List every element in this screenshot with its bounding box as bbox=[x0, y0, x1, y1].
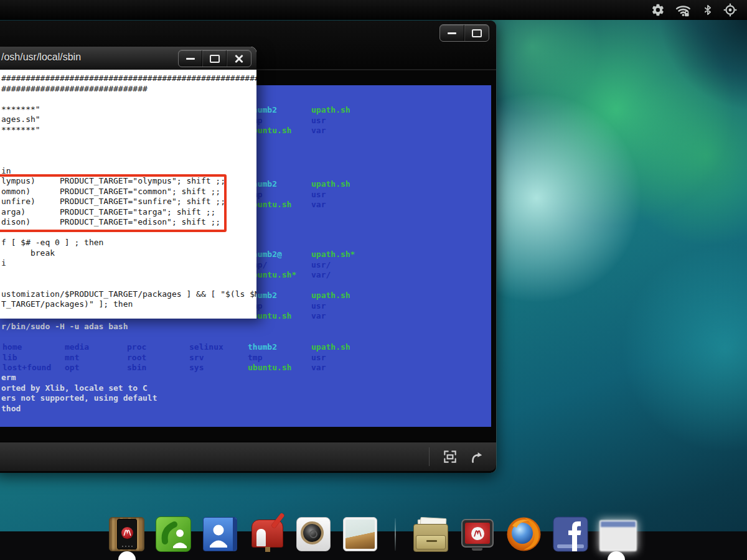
toolbar-divider bbox=[429, 447, 430, 466]
dock bbox=[109, 516, 635, 552]
drawer-front bbox=[416, 535, 446, 549]
dock-item-gallery[interactable] bbox=[342, 516, 378, 552]
terminal-text: srv bbox=[189, 353, 204, 363]
minimize-icon bbox=[186, 58, 195, 60]
monitor-stand bbox=[472, 548, 482, 551]
terminal-text: usr bbox=[311, 190, 326, 200]
speaker-icon bbox=[301, 521, 324, 544]
mailbox-icon bbox=[251, 520, 283, 548]
settings-gear-icon[interactable] bbox=[651, 3, 665, 17]
phone-body bbox=[117, 519, 137, 549]
dock-item-moto-phone[interactable] bbox=[109, 516, 144, 552]
terminal-text: tmp bbox=[248, 353, 262, 363]
script-content[interactable]: ########################################… bbox=[0, 70, 256, 319]
terminal-text: orted by Xlib, locale set to C bbox=[1, 383, 148, 393]
terminal-text: media bbox=[65, 342, 89, 352]
terminal-text: upath.sh bbox=[311, 342, 350, 352]
close-icon bbox=[235, 54, 243, 63]
terminal-text: var bbox=[311, 311, 326, 321]
terminal-text: upath.sh* bbox=[311, 250, 355, 259]
terminal-text: thod bbox=[1, 404, 21, 414]
highlight-box bbox=[0, 174, 227, 232]
terminal-text: root bbox=[127, 353, 146, 363]
terminal-text: erm bbox=[1, 373, 16, 383]
bluetooth-icon[interactable] bbox=[702, 3, 713, 17]
wifi-secured-icon[interactable] bbox=[675, 2, 692, 17]
terminal-text: usr/ bbox=[311, 260, 331, 270]
dock-item-music[interactable] bbox=[296, 516, 331, 552]
terminal-text: var/ bbox=[311, 270, 331, 280]
terminal-text: home bbox=[2, 342, 22, 352]
terminal-text: upath.sh bbox=[311, 291, 350, 301]
terminal-text: usr bbox=[311, 116, 326, 126]
landscape-photo-icon bbox=[345, 520, 375, 549]
terminal-text: mnt bbox=[65, 353, 79, 363]
rotate-icon[interactable] bbox=[468, 449, 484, 465]
terminal-text: sys bbox=[189, 363, 204, 373]
terminal-text: upath.sh bbox=[311, 179, 350, 189]
minimize-icon bbox=[448, 32, 456, 34]
terminal-text: usr bbox=[311, 353, 326, 363]
terminal-text: ubuntu.sh bbox=[248, 363, 291, 373]
dock-item-contacts[interactable] bbox=[202, 516, 238, 552]
facebook-icon bbox=[553, 516, 588, 552]
dock-item-moto-media[interactable] bbox=[459, 516, 495, 552]
script-terminal-window: /osh/usr/local/sbin ####################… bbox=[0, 47, 256, 319]
terminal-text: var bbox=[311, 200, 326, 210]
terminal-text: var bbox=[311, 126, 326, 136]
window-icon bbox=[599, 520, 637, 551]
terminal-text: upath.sh bbox=[311, 105, 350, 115]
person-icon bbox=[202, 516, 238, 552]
handset-icon bbox=[156, 516, 191, 552]
phone-buttons bbox=[118, 546, 136, 547]
dock-divider bbox=[395, 518, 396, 551]
motorola-logo-icon bbox=[471, 527, 484, 540]
dock-item-terminal[interactable] bbox=[599, 516, 635, 552]
terminal-text: selinux bbox=[189, 342, 223, 352]
mailbox-flag bbox=[271, 513, 284, 529]
terminal-text: proc bbox=[127, 342, 146, 352]
close-button[interactable] bbox=[227, 50, 251, 67]
terminal-text: opt bbox=[65, 363, 79, 373]
motorola-logo-icon bbox=[121, 527, 133, 539]
minimize-button[interactable] bbox=[179, 50, 202, 67]
window-title: /osh/usr/local/sbin bbox=[1, 52, 81, 63]
maximize-icon bbox=[210, 55, 220, 63]
terminal-text: r/bin/sudo -H -u adas bash bbox=[1, 322, 128, 332]
monitor-icon bbox=[461, 519, 494, 548]
red-screen bbox=[465, 523, 490, 544]
terminal-text: var bbox=[311, 363, 326, 373]
terminal-text: ers not supported, using default bbox=[1, 393, 157, 403]
maximize-button[interactable] bbox=[464, 25, 489, 41]
drawer-icon bbox=[413, 524, 448, 552]
mailbox-post bbox=[265, 547, 270, 552]
terminal-text: thumb2 bbox=[248, 342, 277, 352]
dock-item-file-manager[interactable] bbox=[413, 516, 448, 552]
desktop: r/bin/sudo -H -u adas bashthumb2upath.sh… bbox=[0, 0, 747, 560]
fit-to-screen-icon[interactable] bbox=[442, 449, 458, 465]
minimize-button[interactable] bbox=[440, 25, 464, 41]
maximize-button[interactable] bbox=[202, 50, 227, 67]
location-icon[interactable] bbox=[723, 3, 737, 17]
drawer-handle bbox=[426, 540, 437, 542]
terminal-text: sbin bbox=[127, 363, 146, 373]
dock-item-firefox[interactable] bbox=[506, 516, 542, 552]
terminal-text: lib bbox=[2, 353, 17, 363]
app-window-toolbar bbox=[0, 442, 496, 471]
dock-item-phone[interactable] bbox=[156, 516, 191, 552]
mailbox-door bbox=[256, 529, 266, 546]
dock-item-facebook[interactable] bbox=[553, 516, 588, 552]
window-controls bbox=[439, 24, 489, 42]
status-bar bbox=[0, 0, 747, 20]
dock-item-mail[interactable] bbox=[249, 516, 284, 552]
terminal-text: usr bbox=[311, 301, 326, 311]
script-window-titlebar[interactable]: /osh/usr/local/sbin bbox=[0, 47, 256, 70]
maximize-icon bbox=[472, 29, 482, 37]
terminal-text: lost+found bbox=[2, 363, 51, 373]
firefox-icon bbox=[506, 516, 542, 552]
window-controls bbox=[178, 50, 251, 67]
